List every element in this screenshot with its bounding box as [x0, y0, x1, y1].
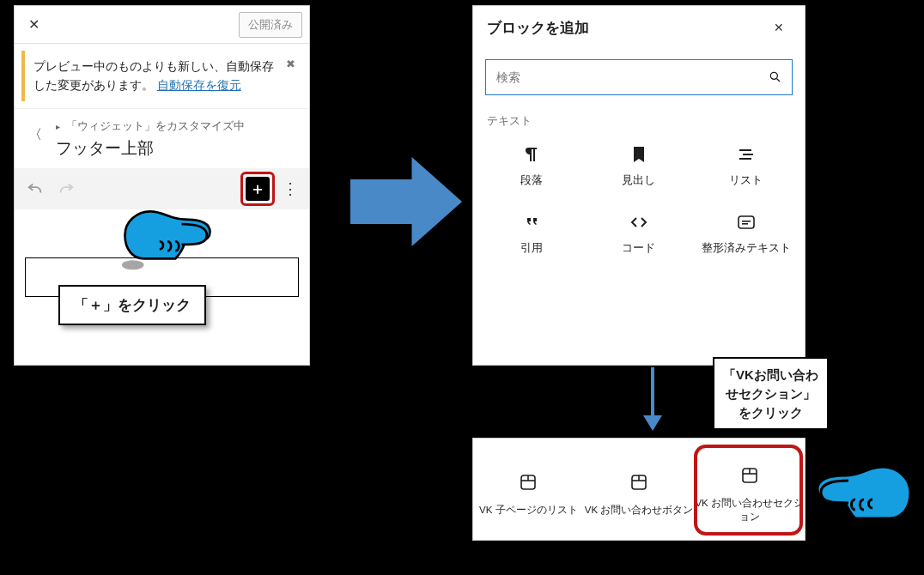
dismiss-notice-icon[interactable]: ✖	[282, 56, 299, 73]
paragraph-icon	[520, 144, 543, 165]
code-icon	[628, 212, 650, 233]
block-item-label: VK お問い合わせボタン	[585, 503, 694, 517]
svg-marker-11	[643, 415, 662, 431]
block-item[interactable]: 引用	[478, 212, 586, 256]
block-inserter-panel: ブロックを追加 ✕ テキスト 段落見出しリスト引用コード整形済みテキスト	[472, 5, 805, 366]
block-item[interactable]: VK お問い合わせセクション	[694, 463, 805, 524]
autosave-notice: プレビュー中のものよりも新しい、自動保存した変更があります。 自動保存を復元 ✖	[21, 51, 302, 101]
svg-marker-9	[350, 157, 462, 246]
block-item-label: 整形済みテキスト	[702, 241, 791, 256]
close-icon[interactable]: ✕	[21, 13, 46, 37]
block-item-label: 見出し	[622, 173, 655, 188]
heading-icon	[628, 144, 650, 165]
grid-box-icon	[628, 470, 650, 494]
customizer-nav: 〈 ▸ 「ウィジェット」をカスタマイズ中 フッター上部	[15, 108, 309, 168]
grid-box-icon	[517, 470, 539, 494]
block-grid: 段落見出しリスト引用コード整形済みテキスト	[473, 136, 805, 269]
search-field-wrap[interactable]	[485, 59, 793, 95]
block-item[interactable]: 整形済みテキスト	[692, 212, 799, 256]
preformatted-icon	[735, 212, 757, 233]
block-item-label: VK お問い合わせセクション	[694, 496, 805, 524]
arrow-right-icon	[350, 146, 462, 257]
add-block-button[interactable]: ＋	[246, 177, 270, 201]
list-icon	[735, 144, 757, 165]
block-item-label: 段落	[520, 173, 543, 188]
quote-icon	[520, 212, 543, 233]
undo-icon[interactable]	[21, 175, 49, 203]
customizer-topbar: ✕ 公開済み	[15, 6, 309, 44]
block-item[interactable]: リスト	[692, 144, 799, 188]
inserter-title: ブロックを追加	[487, 18, 589, 38]
block-item[interactable]: コード	[586, 212, 693, 256]
block-category-label: テキスト	[473, 99, 805, 136]
pointer-hand-icon	[120, 203, 215, 275]
back-icon[interactable]: 〈	[18, 114, 52, 155]
block-item-label: 引用	[520, 241, 543, 256]
highlight-box: ＋	[240, 172, 275, 206]
grid-box-icon	[739, 463, 761, 487]
breadcrumb: ▸ 「ウィジェット」をカスタマイズ中	[56, 119, 301, 134]
callout-line: をクリック	[723, 403, 818, 422]
block-item-label: コード	[622, 241, 655, 256]
arrow-down-icon	[640, 367, 666, 431]
restore-autosave-link[interactable]: 自動保存を復元	[157, 79, 241, 92]
inserter-header: ブロックを追加 ✕	[473, 6, 805, 49]
callout-click-vk-section: 「VKお問い合わ せセクション」 をクリック	[713, 357, 829, 430]
block-item-label: VK 子ページのリスト	[479, 503, 578, 517]
search-input[interactable]	[496, 70, 763, 84]
callout-line: 「VKお問い合わ	[723, 366, 818, 384]
pointer-hand-icon	[812, 458, 915, 536]
callout-line: せセクション」	[723, 384, 818, 403]
block-item[interactable]: VK 子ページのリスト	[473, 470, 584, 517]
callout-click-plus: 「＋」をクリック	[58, 285, 206, 325]
search-icon	[763, 70, 781, 86]
redo-icon[interactable]	[52, 175, 80, 203]
crumb-text: 「ウィジェット」をカスタマイズ中	[66, 120, 245, 132]
close-inserter-icon[interactable]: ✕	[767, 15, 791, 39]
block-item[interactable]: 段落	[478, 144, 586, 188]
more-options-icon[interactable]: ⋮	[278, 175, 302, 203]
block-item[interactable]: VK お問い合わせボタン	[584, 470, 695, 517]
widget-area-title: フッター上部	[56, 137, 301, 160]
block-item[interactable]: 見出し	[586, 144, 693, 188]
block-grid-vk: VK 子ページのリストVK お問い合わせボタンVK お問い合わせセクション	[472, 438, 805, 541]
caret-icon: ▸	[56, 122, 60, 131]
nav-body: ▸ 「ウィジェット」をカスタマイズ中 フッター上部	[52, 114, 306, 160]
block-item-label: リスト	[729, 173, 763, 188]
publish-button[interactable]: 公開済み	[239, 12, 302, 38]
